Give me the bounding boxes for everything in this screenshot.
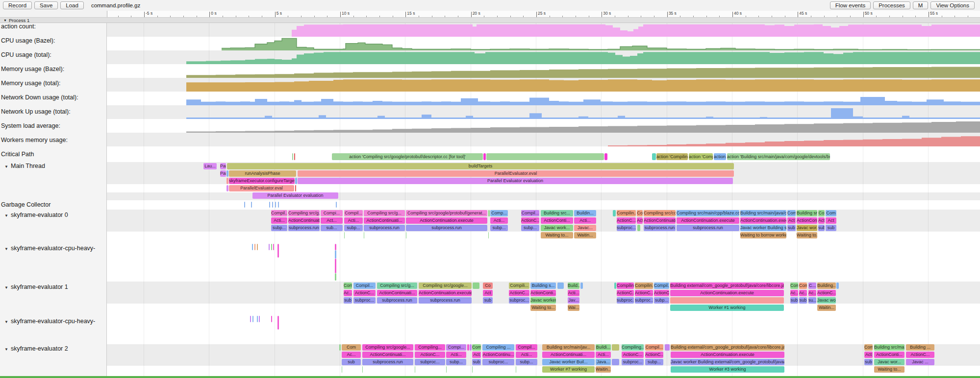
trace-event[interactable] — [226, 178, 228, 184]
trace-event[interactable]: subproc... — [617, 225, 636, 231]
trace-event[interactable]: Act... — [321, 217, 343, 224]
trace-event[interactable]: ActionContinuation.execute — [740, 217, 786, 224]
trace-event[interactable]: Act — [637, 217, 643, 224]
trace-event[interactable]: sub — [483, 297, 493, 304]
trace-event[interactable]: sub — [790, 297, 798, 304]
trace-event[interactable] — [278, 202, 279, 208]
trace-event[interactable]: Co — [818, 210, 825, 216]
trace-event[interactable]: Compiling src/g... — [288, 210, 320, 216]
trace-event[interactable]: subprocess.run — [406, 225, 487, 231]
trace-event[interactable]: Acti... — [446, 352, 466, 358]
trace-event[interactable]: ActionC... — [622, 352, 644, 358]
trace-event[interactable]: sub — [799, 297, 807, 304]
trace-event[interactable]: Building s... — [530, 283, 556, 289]
trace-event[interactable] — [244, 202, 245, 208]
trace-event[interactable]: subprocess.run — [677, 225, 739, 231]
trace-event[interactable]: ActionContinuation.execute — [671, 352, 784, 358]
trace-event[interactable]: Building external/com_google_protobuf/ja… — [670, 283, 784, 289]
trace-event[interactable] — [362, 366, 363, 373]
trace-event[interactable] — [339, 344, 341, 351]
trace-event[interactable]: Javac wor... — [874, 359, 905, 365]
trace-event[interactable]: subprocess.run — [362, 359, 413, 365]
trace-event[interactable] — [335, 250, 336, 259]
trace-event[interactable]: ActionC... — [509, 290, 529, 296]
trace-event[interactable] — [275, 202, 276, 208]
trace-event[interactable]: Compi... — [446, 344, 466, 351]
metrics-button[interactable]: M — [913, 1, 929, 9]
trace-event[interactable]: Act — [483, 290, 493, 296]
trace-event[interactable]: Waiting to... — [530, 305, 556, 311]
trace-event[interactable] — [415, 366, 415, 373]
trace-event[interactable]: Waiting to borrow worker — [740, 232, 786, 238]
trace-event[interactable]: Com — [344, 283, 352, 289]
trace-event[interactable]: subp... — [645, 359, 663, 365]
trace-event[interactable] — [670, 297, 784, 304]
trace-event[interactable] — [344, 232, 345, 238]
trace-event[interactable]: subproc... — [353, 297, 376, 304]
trace-event[interactable]: ActionC... — [353, 290, 376, 296]
trace-event[interactable]: ActionC... — [817, 290, 836, 296]
trace-event[interactable]: Acti... — [271, 217, 287, 224]
trace-event[interactable]: ActionConti... — [541, 217, 573, 224]
trace-event[interactable] — [271, 244, 272, 250]
trace-event[interactable] — [637, 225, 640, 231]
trace-event[interactable]: Parallel Evaluator evaluation — [252, 192, 338, 199]
record-button[interactable]: Record — [3, 1, 32, 9]
trace-event[interactable]: sub — [826, 225, 836, 231]
trace-event[interactable]: ActionContinuati... — [362, 352, 413, 358]
trace-event[interactable]: Compil... — [645, 344, 663, 351]
trace-event[interactable]: Compiling ... — [482, 344, 514, 351]
trace-event[interactable]: Building src/main/java/com/go... — [740, 210, 786, 216]
trace-event[interactable]: Buildin... — [574, 210, 596, 216]
track-label-main-thread[interactable]: ▼Main Thread — [0, 163, 45, 170]
trace-event[interactable]: subprocess.run — [364, 225, 405, 231]
trace-event[interactable]: Compil... — [271, 210, 287, 216]
trace-event[interactable]: Building external/com_google_protobuf/ja… — [671, 344, 784, 351]
track-label-skyframe-evaluator-cpu-heavy[interactable]: ▼skyframe-evaluator-cpu-heavy- — [0, 245, 95, 253]
trace-event[interactable] — [252, 316, 253, 322]
trace-event[interactable] — [652, 153, 656, 160]
trace-event[interactable] — [488, 210, 490, 216]
trace-event[interactable]: Act — [864, 352, 873, 358]
trace-event[interactable]: sub — [472, 359, 481, 365]
trace-event[interactable] — [614, 283, 616, 289]
trace-event[interactable]: ActionConti... — [874, 352, 905, 358]
trace-event[interactable]: ActionC... — [645, 352, 663, 358]
track-label-skyframe-evaluator-0[interactable]: ▼skyframe-evaluator 0 — [0, 212, 68, 219]
trace-event[interactable]: Com — [790, 283, 798, 289]
trace-event[interactable]: sub — [818, 225, 825, 231]
trace-event[interactable]: ActionContinuation.execute — [670, 290, 784, 296]
view-options-button[interactable]: View Options — [930, 1, 975, 9]
trace-event[interactable] — [467, 344, 469, 351]
trace-event[interactable]: action 'Building src/main/java/com/googl… — [727, 153, 830, 160]
trace-event[interactable]: Javac worker Building s... — [740, 225, 786, 231]
trace-event[interactable] — [486, 153, 604, 160]
trace-event[interactable]: action 'Compili... — [689, 153, 713, 160]
trace-event[interactable]: Compiling src/google... — [419, 283, 472, 289]
trace-event[interactable] — [257, 316, 258, 322]
trace-event[interactable]: Compiling... — [415, 344, 445, 351]
trace-event[interactable]: subp... — [344, 225, 363, 231]
trace-event[interactable] — [446, 366, 447, 373]
trace-event[interactable]: subp... — [271, 225, 287, 231]
trace-event[interactable]: Compiling... — [622, 344, 644, 351]
trace-event[interactable]: Worker #3 working — [671, 366, 784, 373]
trace-event[interactable]: Compiling src/core/... — [644, 210, 676, 216]
trace-event[interactable] — [269, 244, 270, 250]
trace-event[interactable] — [665, 344, 670, 351]
trace-event[interactable]: Javac worker... — [530, 297, 556, 304]
collapse-arrow-icon[interactable]: ▼ — [4, 319, 9, 326]
trace-event[interactable]: Javac worker Buil... — [542, 359, 595, 365]
trace-event[interactable]: subproc... — [482, 359, 514, 365]
save-button[interactable]: Save — [34, 1, 58, 9]
trace-event[interactable]: action... — [714, 153, 726, 160]
trace-event[interactable]: Worker #7 working — [542, 366, 595, 373]
trace-event[interactable]: subprocess.run — [377, 297, 417, 304]
trace-event[interactable]: Act — [826, 217, 836, 224]
trace-event[interactable]: Com — [826, 210, 836, 216]
trace-event[interactable]: Javac wo... — [817, 297, 836, 304]
trace-event[interactable] — [292, 153, 293, 160]
trace-event[interactable]: Com — [472, 344, 481, 351]
trace-event[interactable] — [251, 202, 252, 208]
trace-event[interactable]: Javac wor... — [797, 225, 817, 231]
